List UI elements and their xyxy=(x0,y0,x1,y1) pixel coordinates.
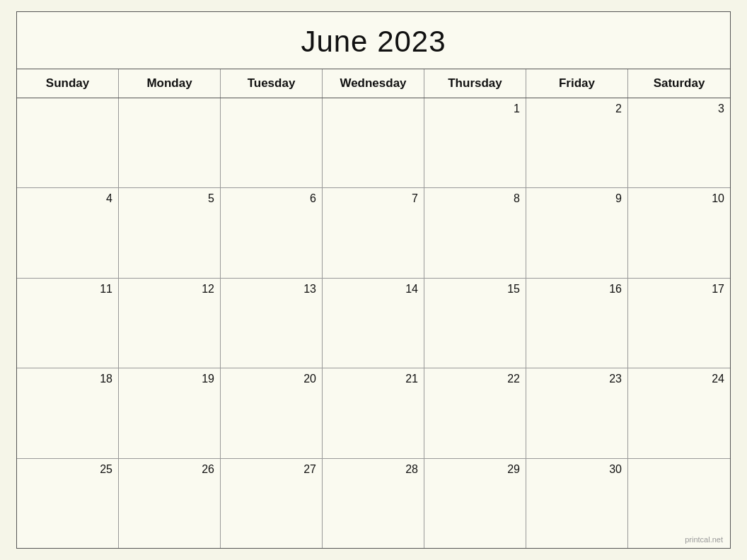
day-cell: 6 xyxy=(221,188,323,277)
day-number: 1 xyxy=(427,103,520,115)
day-cell: 15 xyxy=(424,279,526,368)
day-cell: 2 xyxy=(526,98,628,187)
day-cell: 24 xyxy=(628,368,730,457)
day-cell xyxy=(17,98,119,187)
day-number: 3 xyxy=(631,103,724,115)
day-cell: 26 xyxy=(119,459,221,548)
day-cell: 22 xyxy=(424,368,526,457)
day-number: 23 xyxy=(529,373,622,385)
day-number: 28 xyxy=(325,463,418,476)
day-number: 20 xyxy=(224,373,316,385)
day-cell: 23 xyxy=(526,368,628,457)
day-number: 2 xyxy=(529,103,622,115)
day-number: 14 xyxy=(325,283,418,296)
day-cell: 30 xyxy=(526,459,628,548)
day-cell: 27 xyxy=(221,459,323,548)
day-number: 24 xyxy=(631,373,724,385)
day-header-thursday: Thursday xyxy=(424,69,526,98)
day-cell: 21 xyxy=(323,368,424,457)
day-cell xyxy=(119,98,221,187)
day-cell xyxy=(323,98,424,187)
day-number: 29 xyxy=(427,463,520,476)
day-cell: 12 xyxy=(119,279,221,368)
calendar-title: June 2023 xyxy=(17,12,730,69)
day-number: 8 xyxy=(427,192,520,205)
day-cell: 28 xyxy=(323,459,424,548)
day-number: 12 xyxy=(122,283,214,296)
day-cell: 4 xyxy=(17,188,119,277)
week-row-2: 45678910 xyxy=(17,188,730,278)
day-cell: 16 xyxy=(526,279,628,368)
day-cell: 19 xyxy=(119,368,221,457)
day-number: 26 xyxy=(122,463,214,476)
day-header-monday: Monday xyxy=(119,69,221,98)
day-number: 10 xyxy=(631,192,724,205)
week-row-4: 18192021222324 xyxy=(17,368,730,458)
day-cell: 18 xyxy=(17,368,119,457)
watermark: printcal.net xyxy=(685,535,723,544)
day-number: 11 xyxy=(20,283,112,296)
day-header-friday: Friday xyxy=(526,69,628,98)
day-cell: 10 xyxy=(628,188,730,277)
day-headers: SundayMondayTuesdayWednesdayThursdayFrid… xyxy=(17,69,730,98)
day-cell: 29 xyxy=(424,459,526,548)
day-number: 6 xyxy=(224,192,316,205)
day-cell: 7 xyxy=(323,188,424,277)
day-number: 30 xyxy=(529,463,622,476)
weeks-container: 1234567891011121314151617181920212223242… xyxy=(17,98,730,548)
day-number: 4 xyxy=(20,192,112,205)
day-number: 9 xyxy=(529,192,622,205)
day-number: 21 xyxy=(325,373,418,385)
day-header-saturday: Saturday xyxy=(628,69,730,98)
day-cell: 17 xyxy=(628,279,730,368)
day-cell: 5 xyxy=(119,188,221,277)
week-row-3: 11121314151617 xyxy=(17,279,730,368)
day-cell: 14 xyxy=(323,279,424,368)
calendar-grid: SundayMondayTuesdayWednesdayThursdayFrid… xyxy=(17,69,730,548)
day-header-sunday: Sunday xyxy=(17,69,119,98)
day-cell: 25 xyxy=(17,459,119,548)
day-number: 7 xyxy=(325,192,418,205)
week-row-1: 123 xyxy=(17,98,730,188)
day-number: 19 xyxy=(122,373,214,385)
day-cell: 1 xyxy=(424,98,526,187)
day-cell: 20 xyxy=(221,368,323,457)
day-cell: 13 xyxy=(221,279,323,368)
day-number: 16 xyxy=(529,283,622,296)
day-cell: printcal.net xyxy=(628,459,730,548)
day-number: 25 xyxy=(20,463,112,476)
day-number: 22 xyxy=(427,373,520,385)
day-cell xyxy=(221,98,323,187)
day-number: 5 xyxy=(122,192,214,205)
day-cell: 8 xyxy=(424,188,526,277)
day-number: 13 xyxy=(224,283,316,296)
day-number: 27 xyxy=(224,463,316,476)
day-header-tuesday: Tuesday xyxy=(221,69,323,98)
day-cell: 11 xyxy=(17,279,119,368)
calendar: June 2023 SundayMondayTuesdayWednesdayTh… xyxy=(16,11,731,549)
day-header-wednesday: Wednesday xyxy=(323,69,424,98)
day-number: 15 xyxy=(427,283,520,296)
day-cell: 3 xyxy=(628,98,730,187)
day-number: 18 xyxy=(20,373,112,385)
day-number: 17 xyxy=(631,283,724,296)
day-cell: 9 xyxy=(526,188,628,277)
week-row-5: 252627282930printcal.net xyxy=(17,459,730,548)
